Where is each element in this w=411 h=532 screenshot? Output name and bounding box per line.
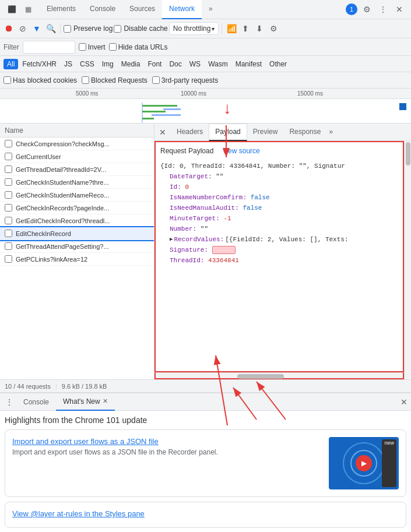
v-scrollbar-thumb[interactable] — [406, 142, 410, 165]
request-list-header: Name — [0, 124, 154, 138]
tab-bar: ⬛ ▦ Elements Console Sources Network » 1… — [0, 0, 411, 19]
invert-checkbox[interactable]: Invert — [79, 43, 106, 51]
type-ws[interactable]: WS — [186, 59, 204, 69]
h-scrollbar-thumb[interactable] — [237, 374, 284, 379]
record-icon[interactable]: ⏺ — [2, 22, 15, 35]
blocked-requests-checkbox[interactable]: Blocked Requests — [82, 76, 147, 84]
disable-cache-checkbox[interactable]: Disable cache — [114, 24, 167, 33]
payload-body: {Id: 0, ThreadId: 43364841, Number: "", … — [156, 160, 403, 267]
payload-line-2: Id: 0 — [160, 182, 398, 192]
payload-line-7[interactable]: ▶ RecordValues: [{FieldId: 2, Values: []… — [160, 234, 398, 245]
list-item[interactable]: GetThreadAttendPageSetting?... — [0, 240, 154, 253]
payload-line-8: Signature: — [160, 245, 398, 255]
preserve-log-checkbox[interactable]: Preserve log — [64, 24, 113, 33]
type-media[interactable]: Media — [118, 59, 144, 69]
tab-whats-new[interactable]: What's New ✕ — [56, 393, 115, 411]
type-all[interactable]: All — [3, 59, 18, 69]
type-doc[interactable]: Doc — [166, 59, 185, 69]
view-source-button[interactable]: view source — [218, 145, 264, 157]
filter-label: Filter — [3, 43, 19, 51]
throttle-select[interactable]: No throttling ▾ — [169, 22, 219, 35]
type-font[interactable]: Font — [144, 59, 165, 69]
play-button[interactable]: ▶ — [356, 455, 372, 471]
list-item[interactable]: GetPCLinks?linkArea=12 — [0, 253, 154, 266]
type-wasm[interactable]: Wasm — [205, 59, 231, 69]
tab-more[interactable]: » — [202, 0, 220, 19]
list-item[interactable]: GetCheckInStudentName?thre... — [0, 176, 154, 189]
device-icon[interactable]: ⬛ — [5, 2, 19, 16]
list-item[interactable]: GetCheckInStudentNameReco... — [0, 189, 154, 202]
signature-image — [212, 246, 236, 254]
import-icon[interactable]: ⬆ — [239, 22, 252, 35]
v-scrollbar[interactable] — [404, 141, 411, 379]
payload-section-header: Request Payload view source — [156, 142, 403, 160]
tab-headers[interactable]: Headers — [171, 124, 209, 141]
whats-new-card-2: View @layer at-rules in the Styles pane — [5, 502, 406, 528]
options-bar: Has blocked cookies Blocked Requests 3rd… — [0, 72, 411, 89]
timeline: 5000 ms 10000 ms 15000 ms ↓ — [0, 89, 411, 124]
tab-network[interactable]: Network — [162, 0, 202, 19]
card-thumbnail-1: new ▶ — [329, 437, 399, 489]
list-item[interactable]: GetThreadDetail?threadId=2V... — [0, 163, 154, 176]
type-css[interactable]: CSS — [76, 59, 98, 69]
type-js[interactable]: JS — [61, 59, 76, 69]
payload-panel: Request Payload view source {Id: 0, Thre… — [154, 141, 411, 379]
tab-sources[interactable]: Sources — [122, 0, 162, 19]
payload-line-0: {Id: 0, ThreadId: 43364841, Number: "", … — [160, 161, 398, 171]
search-icon[interactable]: 🔍 — [44, 22, 57, 35]
request-count: 10 / 44 requests — [5, 383, 51, 390]
payload-line-9: ThreadId: 43364841 — [160, 255, 398, 266]
filter-input[interactable] — [23, 41, 75, 54]
settings-icon[interactable]: ⚙ — [360, 2, 374, 16]
card-desc-1: Import and export user flows as a JSON f… — [12, 448, 218, 456]
tab-elements[interactable]: Elements — [40, 0, 83, 19]
payload-line-6: Number: "" — [160, 224, 398, 234]
card-link-1[interactable]: Import and export user flows as a JSON f… — [12, 437, 322, 446]
sidebar-icon[interactable]: ▦ — [21, 2, 35, 16]
whats-new-close-icon[interactable]: ✕ — [103, 397, 108, 405]
payload-line-1: DateTarget: "" — [160, 171, 398, 182]
bottom-menu-icon[interactable]: ⋮ — [2, 395, 16, 409]
third-party-checkbox[interactable]: 3rd-party requests — [152, 76, 218, 84]
network-toolbar: ⏺ ⊘ ▼ 🔍 Preserve log Disable cache No th… — [0, 19, 411, 38]
list-item[interactable]: GetEditCheckInRecord?threadl... — [0, 214, 154, 227]
bottom-close-icon[interactable]: ✕ — [401, 397, 408, 407]
card-link-2[interactable]: View @layer at-rules in the Styles pane — [12, 509, 399, 518]
toolbar-settings-icon[interactable]: ⚙ — [267, 22, 280, 35]
type-filter-bar: All Fetch/XHR JS CSS Img Media Font Doc … — [0, 56, 411, 72]
blocked-cookies-checkbox[interactable]: Has blocked cookies — [3, 76, 77, 84]
close-detail-button[interactable]: ✕ — [154, 128, 171, 137]
type-img[interactable]: Img — [99, 59, 117, 69]
request-list: Name CheckCompression?checkMsg... GetCur… — [0, 124, 154, 379]
close-icon[interactable]: ✕ — [392, 2, 406, 16]
filter-icon[interactable]: ▼ — [30, 22, 43, 35]
filter-bar: Filter Invert Hide data URLs — [0, 38, 411, 56]
ruler-15000: 15000 ms — [297, 90, 323, 97]
list-item-selected[interactable]: EditCheckInRecord — [0, 227, 154, 240]
tab-preview[interactable]: Preview — [247, 124, 284, 141]
payload-title: Request Payload — [160, 147, 213, 155]
more-vert-icon[interactable]: ⋮ — [376, 2, 390, 16]
console-tab-bar: ⋮ Console What's New ✕ ✕ — [0, 393, 411, 411]
clear-icon[interactable]: ⊘ — [16, 22, 29, 35]
h-scrollbar[interactable] — [154, 372, 404, 379]
whats-new-card-1: Import and export user flows as a JSON f… — [5, 429, 406, 497]
detail-panel: ✕ Headers Payload Preview Response » Req… — [154, 124, 411, 379]
type-other[interactable]: Other — [266, 59, 290, 69]
tab-payload[interactable]: Payload — [209, 124, 247, 141]
type-fetch-xhr[interactable]: Fetch/XHR — [19, 59, 60, 69]
tab-response[interactable]: Response — [283, 124, 326, 141]
notification-badge[interactable]: 1 — [346, 3, 357, 15]
online-icon[interactable]: 📶 — [225, 22, 238, 35]
payload-main: Request Payload view source {Id: 0, Thre… — [154, 141, 404, 379]
tab-more[interactable]: » — [326, 124, 335, 141]
tab-console-bottom[interactable]: Console — [16, 393, 56, 411]
download-icon[interactable]: ⬇ — [253, 22, 266, 35]
tab-console[interactable]: Console — [83, 0, 122, 19]
type-manifest[interactable]: Manifest — [232, 59, 265, 69]
list-item[interactable]: GetCurrentUser — [0, 150, 154, 163]
list-item[interactable]: CheckCompression?checkMsg... — [0, 138, 154, 150]
hide-data-urls-checkbox[interactable]: Hide data URLs — [109, 43, 168, 51]
list-item[interactable]: GetCheckInRecords?pageInde... — [0, 202, 154, 214]
payload-scroll-area[interactable]: Request Payload view source {Id: 0, Thre… — [154, 141, 404, 372]
